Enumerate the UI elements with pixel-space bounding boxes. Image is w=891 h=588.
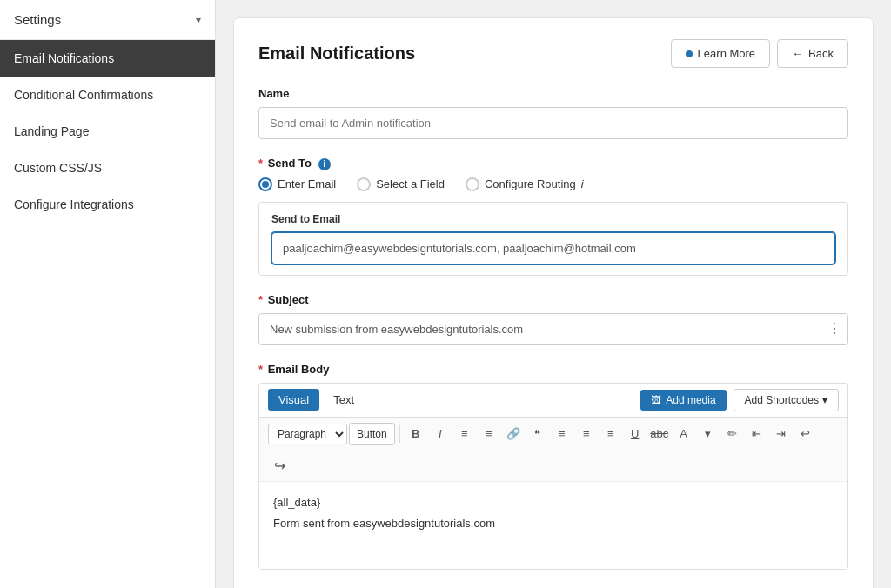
name-input[interactable] (258, 107, 848, 139)
subject-label: * Subject (258, 293, 848, 306)
editor-top-right: 🖼 Add media Add Shortcodes ▾ (640, 389, 839, 411)
name-section: Name (258, 87, 848, 139)
editor-body-line2: Form sent from easywebdesigntutorials.co… (273, 515, 834, 533)
sidebar-item-label: Conditional Confirmations (14, 88, 153, 102)
header-buttons: Learn More ← Back (671, 39, 848, 68)
add-media-label: Add media (666, 394, 715, 406)
sidebar: Settings ▾ Email Notifications Condition… (0, 0, 216, 588)
radio-label-enter-email: Enter Email (278, 177, 336, 190)
undo-icon-button[interactable]: ↪ (268, 455, 291, 478)
learn-more-button[interactable]: Learn More (671, 39, 770, 68)
send-to-section: * Send To i Enter Email Select a Field C… (258, 157, 848, 276)
content-card: Email Notifications Learn More ← Back Na… (233, 17, 874, 588)
sidebar-item-email-notifications[interactable]: Email Notifications (0, 40, 215, 77)
sidebar-item-label: Configure Integrations (14, 197, 134, 211)
back-label: Back (808, 47, 834, 60)
blockquote-button[interactable]: ❝ (526, 423, 549, 445)
align-right-button[interactable]: ≡ (600, 423, 622, 445)
sidebar-settings[interactable]: Settings ▾ (0, 0, 215, 40)
ordered-list-button[interactable]: ≡ (478, 423, 500, 445)
send-to-label: * Send To i (258, 157, 848, 170)
required-indicator: * (258, 157, 263, 170)
subject-input[interactable] (258, 313, 848, 345)
sidebar-item-label: Email Notifications (14, 51, 114, 65)
link-button[interactable]: 🔗 (502, 423, 525, 445)
subject-wrapper: ⋮ (258, 313, 848, 345)
required-indicator: * (258, 293, 263, 306)
clear-formatting-button[interactable]: ✏ (721, 423, 744, 445)
chevron-down-icon: ▾ (196, 14, 201, 26)
sidebar-item-conditional-confirmations[interactable]: Conditional Confirmations (0, 77, 215, 113)
button-format-btn[interactable]: Button (349, 423, 395, 445)
send-to-email-box: Send to Email (258, 202, 848, 276)
back-arrow-icon: ← (792, 47, 803, 60)
sidebar-nav: Email Notifications Conditional Confirma… (0, 40, 215, 223)
paragraph-select[interactable]: Paragraph (268, 424, 347, 444)
radio-label-select-field: Select a Field (376, 177, 445, 190)
bold-button[interactable]: B (405, 423, 427, 445)
radio-select-field[interactable]: Select a Field (357, 177, 445, 191)
strikethrough-button[interactable]: abc (648, 423, 671, 445)
send-to-email-label: Send to Email (271, 213, 835, 225)
name-label: Name (258, 87, 848, 100)
page-title: Email Notifications (258, 43, 415, 63)
sidebar-item-custom-css-js[interactable]: Custom CSS/JS (0, 150, 215, 186)
undo-button[interactable]: ↩ (794, 423, 817, 445)
unordered-list-button[interactable]: ≡ (453, 423, 476, 445)
italic-button[interactable]: I (429, 423, 452, 445)
sidebar-item-configure-integrations[interactable]: Configure Integrations (0, 186, 215, 223)
editor-undo-bar: ↪ (259, 451, 847, 482)
sidebar-item-label: Landing Page (14, 124, 89, 138)
tab-text[interactable]: Text (323, 389, 365, 411)
add-shortcodes-label: Add Shortcodes (745, 394, 819, 406)
align-center-button[interactable]: ≡ (575, 423, 598, 445)
learn-more-label: Learn More (698, 47, 755, 60)
sidebar-item-label: Custom CSS/JS (14, 161, 102, 175)
radio-btn-select-field (357, 177, 371, 191)
align-left-button[interactable]: ≡ (551, 423, 573, 445)
subject-dots-button[interactable]: ⋮ (827, 322, 841, 336)
tab-visual[interactable]: Visual (268, 389, 319, 411)
add-shortcodes-button[interactable]: Add Shortcodes ▾ (734, 389, 839, 411)
sidebar-settings-label: Settings (14, 12, 61, 27)
card-header: Email Notifications Learn More ← Back (258, 39, 848, 68)
editor-toolbar-top: Visual Text 🖼 Add media Add Shortcodes ▾ (259, 384, 847, 418)
indent-button[interactable]: ⇥ (770, 423, 793, 445)
radio-enter-email[interactable]: Enter Email (258, 177, 336, 191)
chevron-down-icon: ▾ (822, 394, 827, 406)
outdent-button[interactable]: ⇤ (746, 423, 768, 445)
info-icon-routing[interactable]: i (581, 177, 584, 190)
send-to-email-input[interactable] (271, 232, 835, 264)
text-color-button[interactable]: A (673, 423, 695, 445)
back-button[interactable]: ← Back (777, 39, 848, 68)
radio-group: Enter Email Select a Field Configure Rou… (258, 177, 848, 191)
main-content: Email Notifications Learn More ← Back Na… (216, 0, 891, 588)
email-body-label: * Email Body (258, 363, 848, 376)
required-indicator: * (258, 363, 263, 376)
subject-section: * Subject ⋮ (258, 293, 848, 345)
radio-label-configure-routing: Configure Routing (485, 177, 576, 190)
add-media-button[interactable]: 🖼 Add media (640, 390, 726, 411)
email-body-section: * Email Body Visual Text 🖼 Add media (258, 363, 848, 570)
editor-tabs: Visual Text (268, 389, 365, 411)
radio-btn-configure-routing (466, 177, 479, 191)
radio-configure-routing[interactable]: Configure Routing i (466, 177, 584, 191)
info-icon[interactable]: i (318, 158, 331, 170)
color-dropdown-button[interactable]: ▾ (697, 423, 720, 445)
radio-btn-enter-email (258, 177, 272, 191)
editor-body-line1: {all_data} (273, 494, 834, 512)
divider (399, 425, 400, 443)
editor-container: Visual Text 🖼 Add media Add Shortcodes ▾ (258, 383, 848, 570)
sidebar-item-landing-page[interactable]: Landing Page (0, 113, 215, 150)
add-media-icon: 🖼 (651, 394, 661, 406)
circle-icon (686, 50, 693, 57)
editor-formatting-bar: Paragraph Button B I ≡ ≡ 🔗 ❝ ≡ ≡ ≡ U abc… (259, 418, 847, 451)
underline-button[interactable]: U (624, 423, 646, 445)
editor-body[interactable]: {all_data} Form sent from easywebdesignt… (259, 482, 847, 569)
